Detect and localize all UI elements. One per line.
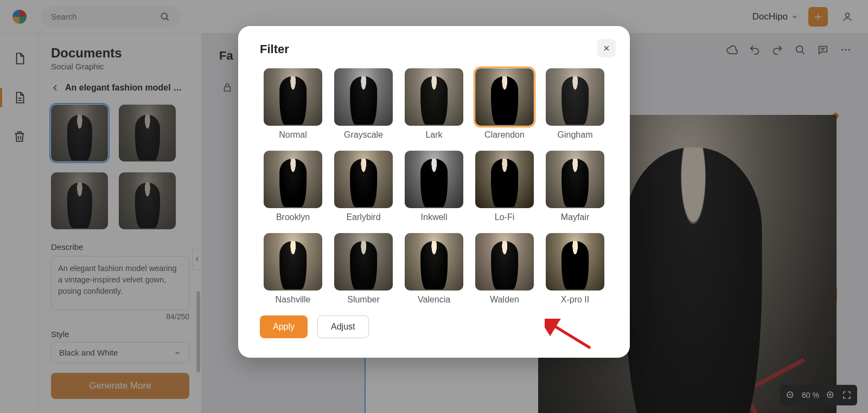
filter-modal: Filter NormalGrayscaleLarkClarendonGingh… bbox=[238, 26, 630, 358]
filter-mayfair[interactable]: Mayfair bbox=[546, 151, 604, 228]
filter-brooklyn[interactable]: Brooklyn bbox=[264, 151, 322, 228]
filter-label: Slumber bbox=[347, 295, 380, 305]
filter-preview bbox=[334, 151, 393, 208]
filter-label: Valencia bbox=[418, 295, 450, 305]
filter-label: Brooklyn bbox=[276, 212, 310, 222]
filter-clarendon[interactable]: Clarendon bbox=[475, 68, 534, 145]
filter-label: Normal bbox=[279, 130, 307, 140]
filter-label: Gingham bbox=[558, 130, 593, 140]
filter-lo-fi[interactable]: Lo-Fi bbox=[475, 151, 534, 228]
filter-preview bbox=[475, 68, 534, 126]
filter-gingham[interactable]: Gingham bbox=[546, 68, 604, 145]
filter-slumber[interactable]: Slumber bbox=[334, 233, 393, 310]
filter-preview bbox=[264, 151, 322, 208]
filter-normal[interactable]: Normal bbox=[264, 68, 322, 145]
close-icon bbox=[602, 44, 611, 53]
filter-label: Lo-Fi bbox=[495, 212, 514, 222]
filter-preview bbox=[546, 68, 604, 126]
filter-preview bbox=[546, 233, 604, 291]
filter-preview bbox=[264, 233, 322, 291]
filter-valencia[interactable]: Valencia bbox=[405, 233, 463, 310]
filter-label: Earlybird bbox=[346, 212, 380, 222]
filter-label: Mayfair bbox=[561, 212, 589, 222]
filter-earlybird[interactable]: Earlybird bbox=[334, 151, 393, 228]
filter-preview bbox=[405, 233, 463, 291]
filter-preview bbox=[264, 68, 322, 126]
filter-label: Grayscale bbox=[344, 130, 383, 140]
filter-label: Lark bbox=[425, 130, 442, 140]
apply-button[interactable]: Apply bbox=[260, 315, 308, 338]
filter-label: Inkwell bbox=[421, 212, 448, 222]
filter-inkwell[interactable]: Inkwell bbox=[405, 151, 463, 228]
close-button[interactable] bbox=[597, 39, 616, 57]
filter-preview bbox=[546, 151, 604, 208]
filter-nashville[interactable]: Nashville bbox=[264, 233, 322, 310]
filter-grayscale[interactable]: Grayscale bbox=[334, 68, 393, 145]
filter-walden[interactable]: Walden bbox=[475, 233, 534, 310]
modal-title: Filter bbox=[260, 42, 608, 56]
filter-label: Clarendon bbox=[484, 130, 525, 140]
modal-overlay[interactable]: Filter NormalGrayscaleLarkClarendonGingh… bbox=[0, 0, 868, 413]
filter-preview bbox=[475, 151, 534, 208]
filter-label: Nashville bbox=[276, 295, 311, 305]
filter-lark[interactable]: Lark bbox=[405, 68, 463, 145]
filter-preview bbox=[334, 68, 393, 126]
filter-preview bbox=[405, 151, 463, 208]
filter-grid: NormalGrayscaleLarkClarendonGinghamBrook… bbox=[260, 68, 608, 310]
adjust-button[interactable]: Adjust bbox=[317, 315, 368, 338]
filter-label: X-pro II bbox=[561, 295, 589, 305]
filter-x-pro-ii[interactable]: X-pro II bbox=[546, 233, 604, 310]
filter-preview bbox=[475, 233, 534, 291]
filter-preview bbox=[405, 68, 463, 126]
filter-label: Walden bbox=[490, 295, 519, 305]
filter-preview bbox=[334, 233, 393, 291]
